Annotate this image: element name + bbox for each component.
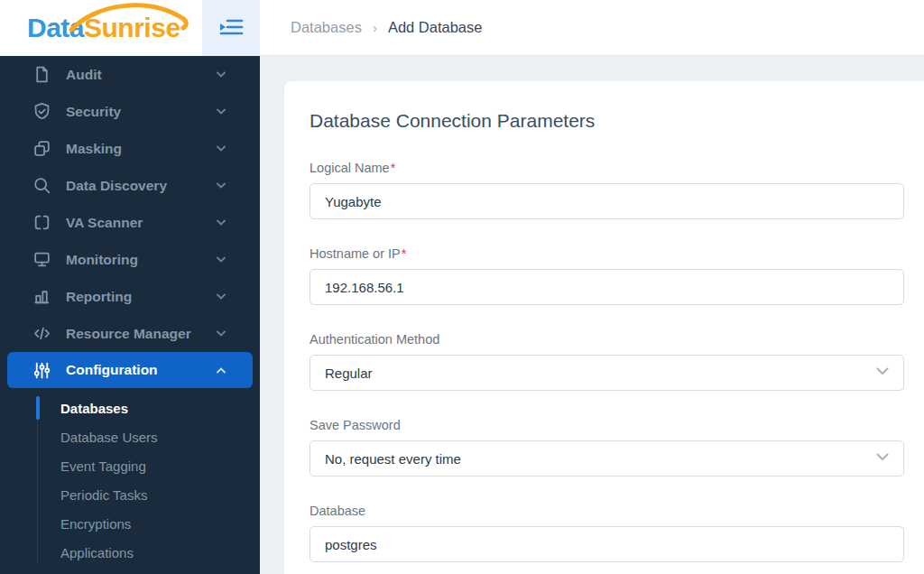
configuration-submenu: Databases Database Users Event Tagging P…: [0, 393, 260, 567]
sidebar-item-label: Resource Manager: [66, 326, 191, 342]
field-group-save-password: Save Password No, request every time: [310, 418, 904, 477]
sidebar-item-data-discovery[interactable]: Data Discovery: [0, 167, 260, 204]
app-header: DataSunrise Databases › Add Database: [0, 0, 924, 56]
sidebar-item-label: Configuration: [66, 362, 158, 378]
chevron-up-icon: [217, 367, 226, 374]
field-label: Database: [310, 504, 904, 518]
code-icon: [32, 324, 51, 343]
chevron-down-icon: [217, 71, 226, 78]
sidebar-item-configuration[interactable]: Configuration: [7, 352, 253, 388]
page-title: Database Connection Parameters: [310, 110, 913, 132]
required-asterisk: *: [402, 246, 407, 261]
chevron-down-icon: [876, 453, 889, 461]
sidebar-item-masking[interactable]: Masking: [0, 130, 260, 167]
sidebar-item-resource-manager[interactable]: Resource Manager: [0, 315, 260, 352]
sidebar-nav: Audit Security Masking Data Discovery: [0, 56, 260, 574]
sidebar-item-security[interactable]: Security: [0, 93, 260, 130]
sidebar-item-label: Reporting: [66, 289, 132, 305]
sidebar-item-label: Audit: [66, 67, 102, 83]
breadcrumb-separator: ›: [373, 20, 377, 35]
sidebar-item-label: VA Scanner: [66, 215, 143, 231]
main-content: Database Connection Parameters Logical N…: [260, 56, 924, 574]
scan-frame-icon: [32, 213, 51, 232]
chevron-down-icon: [217, 145, 226, 152]
subitem-label: Applications: [60, 545, 134, 560]
sun-arc-icon: [69, 1, 193, 32]
logical-name-input[interactable]: [310, 183, 904, 219]
required-asterisk: *: [391, 161, 396, 175]
sidebar-subitem-databases[interactable]: Databases: [0, 393, 260, 422]
chevron-down-icon: [217, 219, 226, 226]
sidebar-subitem-periodic-tasks[interactable]: Periodic Tasks: [0, 480, 260, 509]
selected-value: Regular: [325, 366, 373, 381]
chevron-down-icon: [217, 108, 226, 115]
database-input[interactable]: [310, 526, 904, 562]
sidebar-subitem-encryptions[interactable]: Encryptions: [0, 509, 260, 538]
app-logo: DataSunrise: [0, 0, 202, 56]
sidebar-item-label: Masking: [66, 141, 122, 157]
shield-check-icon: [32, 102, 51, 121]
chevron-down-icon: [217, 256, 226, 263]
field-group-authentication-method: Authentication Method Regular: [310, 332, 904, 391]
monitor-icon: [32, 250, 51, 269]
save-password-select[interactable]: No, request every time: [310, 440, 904, 477]
field-label: Logical Name*: [310, 161, 904, 175]
search-icon: [32, 176, 51, 195]
field-group-hostname: Hostname or IP*: [310, 246, 904, 305]
authentication-method-select[interactable]: Regular: [310, 355, 904, 391]
field-label: Authentication Method: [310, 332, 904, 347]
sidebar-subitem-applications[interactable]: Applications: [0, 538, 260, 567]
bar-chart-icon: [32, 287, 51, 306]
subitem-label: Encryptions: [60, 516, 131, 532]
copy-icon: [32, 139, 51, 158]
sidebar-item-monitoring[interactable]: Monitoring: [0, 241, 260, 278]
breadcrumb-current-page: Add Database: [388, 19, 483, 36]
chevron-down-icon: [217, 182, 226, 189]
field-label: Save Password: [310, 418, 904, 432]
subitem-label: Databases: [60, 401, 128, 416]
sidebar-subitem-event-tagging[interactable]: Event Tagging: [0, 451, 260, 480]
hostname-input[interactable]: [310, 269, 904, 305]
subitem-label: Database Users: [60, 430, 158, 445]
breadcrumb: Databases › Add Database: [260, 0, 924, 56]
collapse-sidebar-icon: [217, 17, 245, 39]
document-icon: [32, 65, 51, 84]
add-database-form-card: Database Connection Parameters Logical N…: [284, 81, 924, 574]
chevron-down-icon: [217, 293, 226, 300]
selected-value: No, request every time: [325, 451, 461, 467]
field-label: Hostname or IP*: [310, 246, 904, 261]
sidebar-item-label: Security: [66, 104, 121, 120]
field-group-logical-name: Logical Name*: [310, 161, 904, 219]
sidebar-item-label: Data Discovery: [66, 178, 167, 194]
chevron-down-icon: [876, 367, 889, 375]
sidebar-subitem-database-users[interactable]: Database Users: [0, 422, 260, 451]
subitem-label: Periodic Tasks: [60, 487, 147, 503]
chevron-down-icon: [217, 330, 226, 337]
sidebar-item-label: Monitoring: [66, 252, 138, 268]
sidebar-item-reporting[interactable]: Reporting: [0, 278, 260, 315]
sliders-icon: [32, 361, 51, 380]
sidebar-item-audit[interactable]: Audit: [0, 56, 260, 93]
breadcrumb-databases-link[interactable]: Databases: [291, 19, 362, 36]
sidebar-item-va-scanner[interactable]: VA Scanner: [0, 204, 260, 241]
subitem-label: Event Tagging: [60, 458, 146, 474]
sidebar-collapse-button[interactable]: [202, 0, 260, 56]
field-group-database: Database: [310, 504, 904, 562]
